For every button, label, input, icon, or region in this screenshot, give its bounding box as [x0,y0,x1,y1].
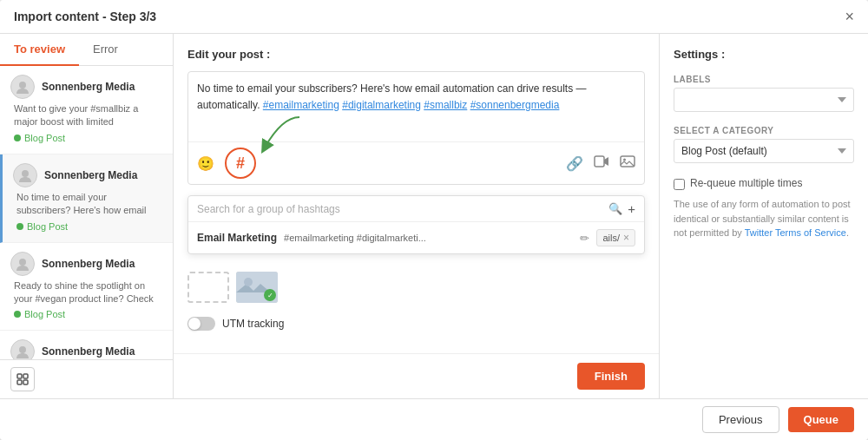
tab-bar: To review Error [0,34,173,66]
editor-toolbar: 🙂 # [188,141,644,184]
main-footer: Finish [174,353,659,398]
settings-title: Settings : [674,48,854,61]
check-badge: ✓ [264,289,276,301]
avatar [10,339,35,359]
hashtag-group-tags: #emailmarketing #digitalmarketi... [284,233,573,243]
requeue-checkbox[interactable] [674,179,685,190]
modal-body: To review Error Sonnenberg Media Want to… [0,34,868,398]
search-icon: 🔍 [608,202,622,215]
svg-point-3 [19,346,26,353]
category-select[interactable]: Blog Post (default) [674,139,854,163]
queue-button[interactable]: Queue [788,407,854,432]
labels-group: LABELS [674,75,854,112]
hashtag-symbol: # [236,154,245,173]
settings-panel: Settings : LABELS SELECT A CATEGORY Blog… [660,34,868,398]
hashtag-search-row: 🔍 + [188,196,644,222]
hashtag-dropdown: 🔍 + Email Marketing #emailmarketing #dig… [187,195,645,254]
post-editor: No time to email your subscribers? Here'… [187,71,645,185]
svg-rect-5 [23,374,28,378]
hashtag-button[interactable]: # [225,148,256,179]
item-desc: Want to give your #smallbiz a major boos… [14,102,162,129]
tag-dot [14,135,21,141]
previous-button[interactable]: Previous [702,406,779,433]
main-inner: Edit your post : No time to email your s… [174,34,659,353]
main-content: Edit your post : No time to email your s… [174,34,660,398]
detail-close-icon[interactable]: × [623,232,629,244]
item-desc: Ready to shine the spotlight on your #ve… [14,279,162,306]
item-name: Sonnenberg Media [42,345,135,358]
sidebar-bottom [0,359,173,398]
detail-box: ails/ × [596,229,635,246]
svg-point-1 [22,170,29,177]
modal-footer: Previous Queue [0,398,868,440]
svg-point-2 [19,259,26,266]
close-button[interactable]: × [845,9,854,24]
section-label: Edit your post : [187,48,645,61]
svg-rect-6 [17,380,22,384]
hashtag-detail: ails/ × [596,229,635,246]
modal-header: Import content - Step 3/3 × [0,0,868,34]
sidebar-icon-button[interactable] [10,367,35,391]
tab-to-review[interactable]: To review [0,34,79,66]
svg-point-0 [19,82,26,89]
hashtag-group-name: Email Marketing [197,232,277,244]
hashtag-button-wrapper: # [225,148,256,179]
item-tag: Blog Post [14,133,65,143]
utm-toggle[interactable] [187,317,215,331]
list-item[interactable]: Sonnenberg Media Want to give your #smal… [0,66,173,154]
image-thumb-filled: ✓ [236,272,278,303]
list-item[interactable]: Sonnenberg Media [0,331,173,359]
add-hashtag-icon[interactable]: + [628,201,635,216]
list-item[interactable]: Sonnenberg Media No time to email your s… [0,154,173,243]
image-thumb-empty [187,272,229,303]
post-text[interactable]: No time to email your subscribers? Here'… [188,72,644,141]
svg-point-10 [623,159,626,161]
svg-point-12 [244,278,253,286]
toggle-knob [188,318,201,330]
tos-link[interactable]: Twitter Terms of Service [745,227,846,238]
utm-row: UTM tracking [187,310,645,338]
sidebar: To review Error Sonnenberg Media Want to… [0,34,174,398]
svg-rect-8 [595,156,604,167]
svg-rect-7 [23,380,28,384]
requeue-row: Re-queue multiple times [674,177,854,190]
tos-note: The use of any form of automation to pos… [674,197,854,240]
hashtag-group-item: Email Marketing #emailmarketing #digital… [188,222,644,253]
list-item[interactable]: Sonnenberg Media Ready to shine the spot… [0,243,173,332]
labels-select[interactable] [674,88,854,112]
svg-rect-4 [17,374,22,378]
category-group: SELECT A CATEGORY Blog Post (default) [674,126,854,163]
avatar [10,252,35,276]
category-label: SELECT A CATEGORY [674,126,854,135]
labels-label: LABELS [674,75,854,84]
hashtag-search-input[interactable] [197,203,603,215]
tab-error[interactable]: Error [79,34,132,66]
item-desc: No time to email your subscribers? Here'… [16,191,162,218]
sidebar-list: Sonnenberg Media Want to give your #smal… [0,66,173,359]
item-name: Sonnenberg Media [42,81,135,93]
tag-dot [14,311,21,318]
hashtag-edit-icon[interactable]: ✏ [580,232,589,245]
item-name: Sonnenberg Media [42,258,135,270]
item-tag: Blog Post [16,221,68,232]
tag-dot [16,223,23,230]
avatar [13,163,37,187]
video-icon[interactable] [594,154,609,173]
emoji-icon[interactable]: 🙂 [197,155,214,172]
item-tag: Blog Post [14,309,65,319]
link-icon[interactable]: 🔗 [566,155,583,172]
finish-button[interactable]: Finish [577,363,645,390]
modal-title: Import content - Step 3/3 [14,10,156,23]
import-modal: Import content - Step 3/3 × To review Er… [0,0,868,440]
image-icon[interactable] [620,154,635,173]
utm-label: UTM tracking [222,318,284,330]
image-preview: ✓ [187,265,645,310]
requeue-label: Re-queue multiple times [690,177,802,189]
avatar [10,75,35,99]
item-name: Sonnenberg Media [44,169,137,181]
